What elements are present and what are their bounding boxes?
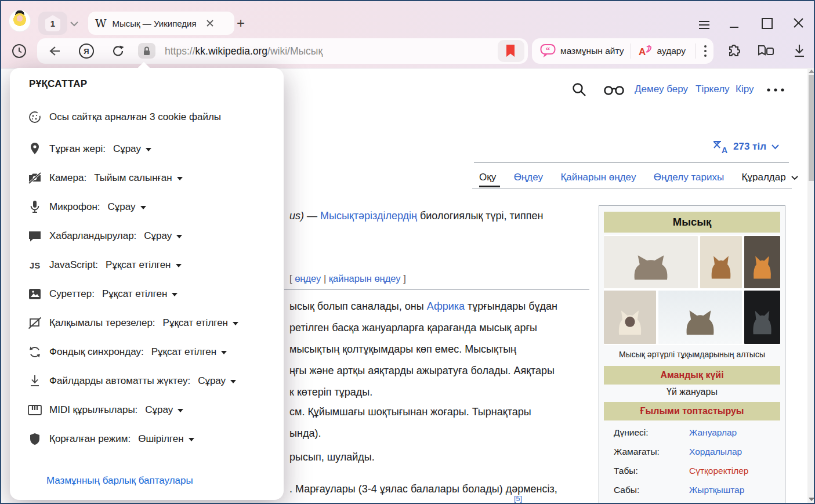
taxonomy-label: Дүниесі: xyxy=(614,427,649,438)
tab-list-chevron-icon[interactable] xyxy=(70,19,79,29)
yandex-icon[interactable]: Я xyxy=(78,43,95,59)
scrollbar-up-arrow[interactable] xyxy=(809,70,814,73)
extensions-icon[interactable] xyxy=(726,43,743,60)
article-line: ында). xyxy=(289,427,321,440)
downloads-icon[interactable] xyxy=(792,43,807,59)
tab-counter[interactable]: 1 xyxy=(38,12,67,35)
permission-value-dropdown[interactable]: Сұрау xyxy=(145,404,183,416)
url-text[interactable]: https://kk.wikipedia.org/wiki/Мысық xyxy=(165,38,323,64)
language-count: 273 тіл xyxy=(733,141,766,153)
header-link-register[interactable]: Тіркелу xyxy=(696,84,730,95)
permission-row-notifications: Хабарландырулар: Сұрау xyxy=(28,229,182,244)
browser-tab[interactable]: W Мысық — Уикипедия xyxy=(88,12,234,35)
edit-link[interactable]: өңдеу xyxy=(295,273,321,284)
read-aloud-icon: “ xyxy=(540,43,556,59)
permission-value-dropdown[interactable]: Сұрау xyxy=(108,201,146,213)
svg-text:Я: Я xyxy=(84,47,89,56)
more-actions-icon[interactable] xyxy=(704,44,707,58)
tab-counter-value: 1 xyxy=(50,19,55,28)
collections-icon[interactable] xyxy=(757,43,777,60)
permission-value-dropdown[interactable]: Сұрау xyxy=(198,375,236,387)
history-icon[interactable] xyxy=(10,42,28,60)
cat-photo-orange-white[interactable] xyxy=(744,236,780,288)
translate-icon: A xyxy=(638,43,653,59)
reload-icon[interactable] xyxy=(111,43,126,59)
all-content-settings-link[interactable]: Мазмұнның барлық баптаулары xyxy=(46,475,193,487)
permission-label: Қалқымалы терезелер: xyxy=(49,317,155,329)
cat-image-collage[interactable] xyxy=(604,235,780,345)
dropdown-caret-icon xyxy=(230,380,236,383)
reference-link[interactable]: [5] xyxy=(514,495,522,503)
taxobox-title: Мысық xyxy=(604,212,780,233)
permissions-popup: РҰҚСАТТАР Осы сайтқа арналған 3 cookie ф… xyxy=(10,68,284,500)
background-sync-icon xyxy=(28,345,42,359)
translate-button[interactable]: аудару xyxy=(657,46,686,56)
header-link-login[interactable]: Кіру xyxy=(736,84,754,95)
cat-photo-abyssinian[interactable] xyxy=(700,236,742,288)
permission-value-dropdown[interactable]: Тыйым салынған xyxy=(94,172,183,184)
cat-photo-siamese[interactable] xyxy=(604,291,656,344)
auto-download-icon xyxy=(28,374,42,388)
permission-value-dropdown[interactable]: Рұқсат етілген xyxy=(163,317,238,329)
permission-value-dropdown[interactable]: Рұқсат етілген xyxy=(106,259,181,271)
tab-close-icon[interactable] xyxy=(206,19,214,27)
article-link[interactable]: Африка xyxy=(427,300,465,312)
tab-history[interactable]: Өңделу тарихы xyxy=(654,172,724,183)
tab-edit-source[interactable]: Қайнарын өңдеу xyxy=(560,172,636,183)
divider xyxy=(631,43,631,59)
svg-text:“: “ xyxy=(546,45,550,55)
header-more-icon[interactable] xyxy=(766,87,787,93)
permission-row-midi: MIDI құрылғылары: Сұрау xyxy=(28,403,183,418)
cat-photo-grey[interactable] xyxy=(744,291,780,344)
read-aloud-button[interactable]: мазмұнын айту xyxy=(560,46,624,56)
new-tab-button[interactable]: + xyxy=(237,15,245,31)
close-button[interactable] xyxy=(793,17,804,28)
taxonomy-value[interactable]: Жыртқыштар xyxy=(689,485,744,495)
divider xyxy=(695,43,696,59)
dropdown-caret-icon xyxy=(146,148,151,151)
taxonomy-value[interactable]: Жануарлар xyxy=(689,427,737,438)
site-permissions-button[interactable] xyxy=(138,43,155,59)
svg-text:A: A xyxy=(639,46,646,57)
taxonomy-header: Ғылыми топтастыруы xyxy=(604,402,780,420)
cookies-link[interactable]: Осы сайтқа арналған 3 cookie файлы xyxy=(49,111,221,123)
header-link-donate[interactable]: Демеу беру xyxy=(635,84,688,95)
permission-label: Суреттер: xyxy=(49,288,95,300)
maximize-button[interactable] xyxy=(762,18,773,29)
taxonomy-value[interactable]: Сүтқоректілер xyxy=(689,466,748,476)
edit-source-link[interactable]: қайнарын өңдеу xyxy=(329,273,401,284)
cat-photo-tabby-snow[interactable] xyxy=(658,291,742,344)
scrollbar-down-arrow[interactable] xyxy=(809,498,814,501)
scrollbar-thumb[interactable] xyxy=(809,75,814,181)
article-link[interactable]: Мысықтәрізділердің xyxy=(320,210,417,222)
status-value: Үй жануары xyxy=(604,387,780,397)
dropdown-caret-icon xyxy=(221,351,227,354)
images-icon xyxy=(28,287,42,301)
taxonomy-value[interactable]: Хордалылар xyxy=(689,447,742,457)
permission-label: Қорғалған режим: xyxy=(49,433,131,445)
permission-value-dropdown[interactable]: Өшірілген xyxy=(138,433,194,445)
dropdown-caret-icon xyxy=(233,322,238,325)
article-line: ңғы және артқы аяқтарды ажыратуға болады… xyxy=(289,365,555,377)
dropdown-caret-icon xyxy=(178,409,183,412)
url-path: /wiki/Мысық xyxy=(267,45,323,57)
search-icon[interactable] xyxy=(571,82,588,98)
language-selector[interactable]: A 273 тіл xyxy=(712,139,780,154)
permission-value-dropdown[interactable]: Рұқсат етілген xyxy=(102,288,178,300)
bookmark-button[interactable] xyxy=(498,40,524,62)
tab-edit[interactable]: Өңдеу xyxy=(514,172,543,183)
permission-value-dropdown[interactable]: Рұқсат етілген xyxy=(151,346,227,358)
midi-icon xyxy=(28,403,42,417)
back-icon[interactable] xyxy=(48,45,61,57)
menu-icon[interactable] xyxy=(699,19,709,31)
permission-value-dropdown[interactable]: Сұрау xyxy=(144,230,182,242)
tab-tools[interactable]: Құралдар xyxy=(742,172,786,183)
url-host: kk.wikipedia.org xyxy=(195,45,268,57)
profile-avatar[interactable] xyxy=(9,10,30,31)
permission-value-dropdown[interactable]: Сұрау xyxy=(113,143,151,155)
appearance-glasses-icon[interactable] xyxy=(603,85,626,96)
tab-read[interactable]: Оқу xyxy=(479,172,496,183)
permission-row-images: Суреттер: Рұқсат етілген xyxy=(28,287,178,302)
minimize-button[interactable] xyxy=(730,27,738,28)
cat-photo-tabby-lying[interactable] xyxy=(604,236,698,288)
